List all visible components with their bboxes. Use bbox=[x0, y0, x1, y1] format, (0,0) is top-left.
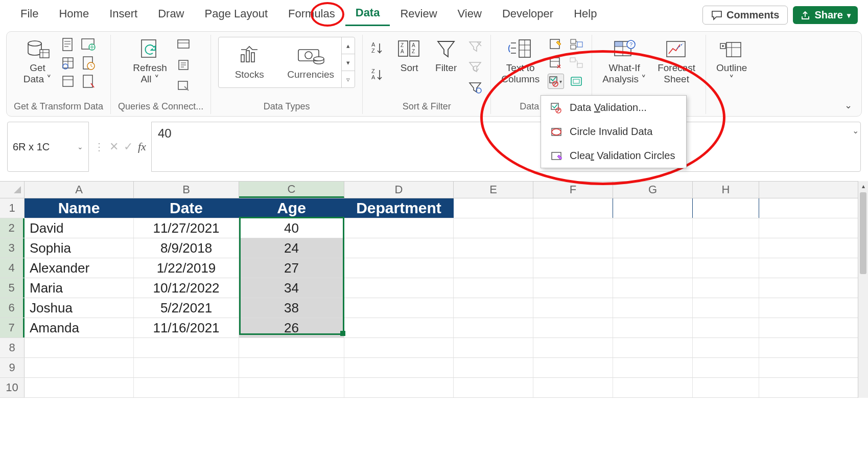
cell-E3[interactable] bbox=[454, 238, 533, 258]
cell-H3[interactable] bbox=[693, 238, 759, 258]
cell-B8[interactable] bbox=[134, 338, 239, 357]
relationships-button[interactable] bbox=[568, 55, 584, 71]
col-header-H[interactable]: H bbox=[693, 182, 759, 198]
cell-E10[interactable] bbox=[454, 378, 533, 397]
cell-H9[interactable] bbox=[693, 358, 759, 377]
cell-F8[interactable] bbox=[533, 338, 613, 357]
sort-za-button[interactable]: ZA bbox=[370, 66, 388, 84]
cell-B1[interactable]: Date bbox=[134, 198, 239, 218]
cell-B7[interactable]: 11/16/2021 bbox=[134, 318, 239, 338]
name-box[interactable]: 6R x 1C ⌄ bbox=[7, 122, 89, 172]
cell-G10[interactable] bbox=[613, 378, 693, 397]
cell-D3[interactable] bbox=[344, 238, 454, 258]
formula-bar-expand[interactable]: ⌄ bbox=[852, 126, 859, 136]
row-header-1[interactable]: 1 bbox=[0, 198, 25, 218]
from-table-button[interactable] bbox=[60, 55, 76, 71]
row-header-9[interactable]: 9 bbox=[0, 358, 25, 377]
col-header-D[interactable]: D bbox=[344, 182, 454, 198]
cell-C4[interactable]: 27 bbox=[239, 258, 344, 278]
cell-D6[interactable] bbox=[344, 298, 454, 318]
col-header-B[interactable]: B bbox=[134, 182, 239, 198]
clear-filter-button[interactable] bbox=[467, 39, 483, 54]
cell-E7[interactable] bbox=[454, 318, 533, 338]
cell-A4[interactable]: Alexander bbox=[25, 258, 134, 278]
tab-draw[interactable]: Draw bbox=[148, 5, 194, 26]
data-validation-menuitem[interactable]: Data Validation... bbox=[541, 96, 686, 120]
clear-validation-circles-menuitem[interactable]: Clear Validation Circles bbox=[541, 144, 686, 168]
from-text-csv-button[interactable] bbox=[60, 37, 76, 52]
gallery-scroll-down[interactable]: ▾ bbox=[342, 54, 355, 71]
stocks-button[interactable]: Stocks bbox=[219, 37, 280, 87]
cell-H5[interactable] bbox=[693, 278, 759, 298]
from-web-button[interactable] bbox=[80, 37, 97, 52]
cell-A9[interactable] bbox=[25, 358, 134, 377]
formula-input[interactable]: 40 bbox=[151, 122, 861, 172]
remove-duplicates-button[interactable] bbox=[548, 55, 564, 71]
cell-D1[interactable]: Department bbox=[344, 198, 454, 218]
cell-H10[interactable] bbox=[693, 378, 759, 397]
cell-C6[interactable]: 38 bbox=[239, 298, 344, 318]
cell-A7[interactable]: Amanda bbox=[25, 318, 134, 338]
row-header-2[interactable]: 2 bbox=[0, 218, 25, 238]
filter-button[interactable]: Filter bbox=[430, 37, 462, 75]
manage-data-model-button[interactable] bbox=[568, 74, 584, 89]
tab-data[interactable]: Data bbox=[345, 4, 390, 26]
cell-D4[interactable] bbox=[344, 258, 454, 278]
row-header-10[interactable]: 10 bbox=[0, 378, 25, 397]
cell-E2[interactable] bbox=[454, 218, 533, 238]
cell-A1[interactable]: Name bbox=[25, 198, 134, 218]
cell-F5[interactable] bbox=[533, 278, 613, 298]
cell-H7[interactable] bbox=[693, 318, 759, 338]
tab-view[interactable]: View bbox=[448, 5, 492, 26]
cell-G8[interactable] bbox=[613, 338, 693, 357]
cell-H1[interactable] bbox=[693, 198, 759, 218]
col-header-A[interactable]: A bbox=[25, 182, 134, 198]
ribbon-collapse-button[interactable]: ⌄ bbox=[844, 100, 852, 111]
cell-H2[interactable] bbox=[693, 218, 759, 238]
cell-G9[interactable] bbox=[613, 358, 693, 377]
circle-invalid-data-menuitem[interactable]: Circle Invalid Data bbox=[541, 120, 686, 144]
tab-home[interactable]: Home bbox=[49, 5, 99, 26]
enter-formula-button[interactable]: ✓ bbox=[124, 140, 133, 153]
edit-links-button[interactable] bbox=[175, 78, 192, 93]
select-all-corner[interactable] bbox=[0, 182, 25, 198]
cell-C2[interactable]: 40 bbox=[239, 218, 344, 238]
cell-A5[interactable]: Maria bbox=[25, 278, 134, 298]
cell-F6[interactable] bbox=[533, 298, 613, 318]
what-if-button[interactable]: ? What-If Analysis ˅ bbox=[599, 37, 649, 86]
cell-H6[interactable] bbox=[693, 298, 759, 318]
text-to-columns-button[interactable]: Text to Columns bbox=[498, 37, 543, 86]
col-header-G[interactable]: G bbox=[613, 182, 693, 198]
cell-B2[interactable]: 11/27/2021 bbox=[134, 218, 239, 238]
gallery-scroll-up[interactable]: ▴ bbox=[342, 37, 355, 54]
gallery-expand[interactable]: ▿ bbox=[342, 71, 355, 87]
row-header-4[interactable]: 4 bbox=[0, 258, 25, 278]
cell-D10[interactable] bbox=[344, 378, 454, 397]
row-header-8[interactable]: 8 bbox=[0, 338, 25, 357]
cell-C9[interactable] bbox=[239, 358, 344, 377]
cell-D7[interactable] bbox=[344, 318, 454, 338]
data-validation-split-button[interactable]: ▾ bbox=[548, 74, 564, 89]
cell-C5[interactable]: 34 bbox=[239, 278, 344, 298]
refresh-all-button[interactable]: Refresh All ˅ bbox=[130, 37, 170, 86]
cell-G5[interactable] bbox=[613, 278, 693, 298]
cell-D8[interactable] bbox=[344, 338, 454, 357]
from-picture-button[interactable] bbox=[80, 74, 97, 89]
cell-D2[interactable] bbox=[344, 218, 454, 238]
cell-G1[interactable] bbox=[613, 198, 693, 218]
advanced-button[interactable] bbox=[467, 80, 483, 95]
cell-F4[interactable] bbox=[533, 258, 613, 278]
cell-E9[interactable] bbox=[454, 358, 533, 377]
cell-B9[interactable] bbox=[134, 358, 239, 377]
tab-file[interactable]: File bbox=[10, 5, 49, 26]
cell-H4[interactable] bbox=[693, 258, 759, 278]
cell-E4[interactable] bbox=[454, 258, 533, 278]
currencies-button[interactable]: Currencies bbox=[280, 37, 341, 87]
row-header-3[interactable]: 3 bbox=[0, 238, 25, 258]
cell-C8[interactable] bbox=[239, 338, 344, 357]
flash-fill-button[interactable] bbox=[548, 37, 564, 52]
cell-B3[interactable]: 8/9/2018 bbox=[134, 238, 239, 258]
existing-connections-button[interactable] bbox=[60, 74, 76, 89]
tab-help[interactable]: Help bbox=[564, 5, 607, 26]
comments-button[interactable]: Comments bbox=[702, 6, 788, 25]
